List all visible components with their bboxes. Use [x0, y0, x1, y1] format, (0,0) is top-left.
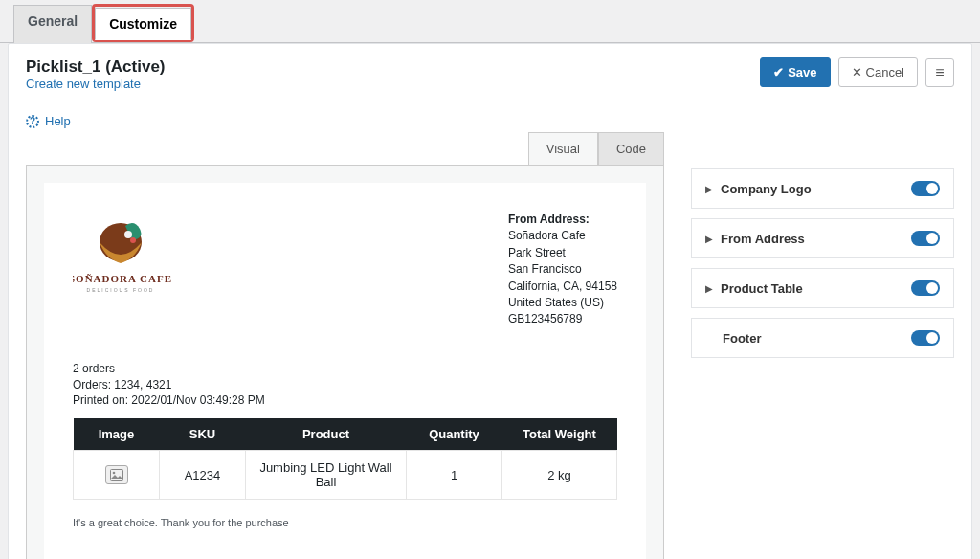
svg-point-2 [130, 237, 136, 243]
tab-customize-highlight: Customize [92, 4, 194, 42]
top-tabs-bar: General Customize [0, 0, 980, 43]
order-meta: 2 orders Orders: 1234, 4321 Printed on: … [73, 361, 617, 409]
logo-icon: SOÑADORA CAFE DELICIOUS FOOD [73, 212, 197, 307]
hamburger-icon: ≡ [935, 64, 944, 81]
from-line: GB123456789 [508, 311, 617, 327]
orders-count: 2 orders [73, 361, 617, 377]
close-icon: ✕ [852, 65, 862, 79]
from-address-title: From Address: [508, 212, 617, 228]
panel-label: Product Table [721, 281, 903, 296]
main-panel: Picklist_1 (Active) Create new template … [8, 43, 972, 559]
toggle-from-address[interactable] [911, 231, 940, 246]
tab-general[interactable]: General [13, 5, 92, 43]
tab-customize[interactable]: Customize [95, 8, 191, 40]
more-menu-button[interactable]: ≡ [925, 58, 954, 87]
subtab-visual[interactable]: Visual [528, 132, 598, 166]
chevron-right-icon: ▶ [705, 283, 713, 294]
panel-product-table[interactable]: ▶ Product Table [691, 268, 954, 308]
document-footer-text: It's a great choice. Thank you for the p… [73, 517, 617, 528]
panel-label: Footer [723, 331, 903, 346]
th-sku: SKU [160, 418, 246, 451]
svg-text:SOÑADORA CAFE: SOÑADORA CAFE [73, 273, 172, 284]
panel-label: Company Logo [721, 182, 903, 196]
check-icon: ✔ [773, 65, 784, 79]
from-line: San Francisco [508, 261, 617, 278]
company-logo: SOÑADORA CAFE DELICIOUS FOOD [73, 212, 264, 310]
svg-point-6 [112, 472, 115, 475]
panel-company-logo[interactable]: ▶ Company Logo [691, 168, 954, 209]
cancel-button[interactable]: ✕ Cancel [838, 57, 918, 87]
chevron-right-icon: ▶ [705, 234, 713, 244]
help-icon: ? [26, 115, 39, 128]
th-quantity: Quantity [407, 418, 502, 451]
th-weight: Total Weight [502, 418, 617, 451]
help-link[interactable]: Help [45, 114, 71, 128]
subtab-code[interactable]: Code [598, 132, 664, 166]
chevron-right-icon: ▶ [705, 184, 713, 194]
cell-product: Jumbing LED Light Wall Ball [246, 451, 407, 500]
create-template-link[interactable]: Create new template [26, 77, 141, 91]
cell-weight: 2 kg [502, 451, 617, 500]
product-table: Image SKU Product Quantity Total Weight [73, 418, 617, 500]
toggle-product-table[interactable] [911, 280, 940, 296]
table-row: A1234 Jumbing LED Light Wall Ball 1 2 kg [74, 451, 617, 500]
from-line: California, CA, 94158 [508, 279, 617, 295]
orders-ids: Orders: 1234, 4321 [73, 377, 617, 393]
th-image: Image [74, 418, 160, 451]
cell-quantity: 1 [407, 451, 502, 500]
svg-text:DELICIOUS FOOD: DELICIOUS FOOD [87, 287, 155, 293]
toggle-footer[interactable] [911, 330, 940, 346]
from-line: Park Street [508, 245, 617, 261]
toggle-company-logo[interactable] [911, 181, 940, 196]
cell-sku: A1234 [160, 451, 246, 500]
preview-document: SOÑADORA CAFE DELICIOUS FOOD From Addres… [44, 183, 646, 559]
printed-timestamp: Printed on: 2022/01/Nov 03:49:28 PM [73, 392, 617, 409]
th-product: Product [246, 418, 407, 451]
settings-sidebar: ▶ Company Logo ▶ From Address ▶ Product … [691, 168, 954, 358]
preview-frame: SOÑADORA CAFE DELICIOUS FOOD From Addres… [26, 165, 664, 559]
from-address-block: From Address: Soñadora Cafe Park Street … [508, 212, 617, 328]
panel-from-address[interactable]: ▶ From Address [691, 218, 954, 258]
page-title: Picklist_1 (Active) [26, 57, 166, 77]
from-line: Soñadora Cafe [508, 228, 617, 244]
image-placeholder-icon [105, 465, 128, 484]
panel-label: From Address [721, 232, 903, 246]
save-button[interactable]: ✔ Save [760, 57, 830, 87]
from-line: United States (US) [508, 295, 617, 311]
svg-point-1 [124, 231, 132, 238]
panel-footer[interactable]: Footer [691, 318, 954, 358]
